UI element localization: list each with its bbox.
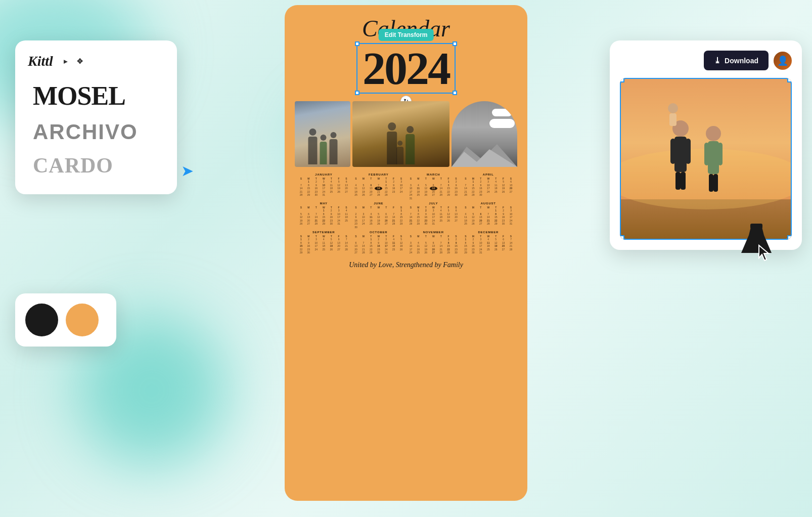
cursor-icon-area bbox=[736, 223, 777, 265]
cal-tagline: United by Love, Strengthened by Family bbox=[295, 258, 517, 269]
app-logo: Kittl ▸ ✥ bbox=[28, 53, 164, 69]
handle-tl bbox=[355, 41, 359, 46]
svg-rect-18 bbox=[713, 174, 718, 192]
month-november: NOVEMBER SMTWTFS 12 3456789 101112131415… bbox=[407, 231, 460, 254]
main-canvas: Calendar Edit Transform 2024 ↻ bbox=[285, 5, 527, 512]
right-toolbar: ⤓ Download 👤 bbox=[620, 51, 792, 70]
right-photo bbox=[620, 78, 792, 240]
cloud-1 bbox=[492, 109, 512, 116]
dress-cursor bbox=[736, 223, 777, 265]
logo-tools: ▸ ✥ bbox=[61, 56, 85, 66]
month-june: JUNE SMTWTFS 1 2345678 9101112131415 161… bbox=[352, 202, 405, 229]
font-selector-panel: Kittl ▸ ✥ MOSEL ARCHIVO CARDO bbox=[15, 40, 177, 194]
year-selection-box[interactable]: 2024 ↻ bbox=[356, 43, 456, 94]
month-august: AUGUST SMTWTFS 123 45678910 111213141516… bbox=[462, 202, 515, 229]
svg-rect-20 bbox=[750, 224, 762, 229]
calendar-months-grid: JANUARY SMTWTFS 123456 78910111213 14151… bbox=[295, 173, 517, 254]
cloud-2 bbox=[489, 119, 515, 128]
photo-collage bbox=[295, 101, 517, 167]
crop-icon[interactable]: ✥ bbox=[75, 56, 85, 66]
year-element-container[interactable]: Edit Transform 2024 ↻ bbox=[295, 43, 517, 94]
font-label-mosel: MOSEL bbox=[33, 81, 125, 110]
month-july: JULY SMTWTFS 123456 78910111213 14151617… bbox=[407, 202, 460, 229]
font-label-archivo: ARCHIVO bbox=[33, 120, 138, 144]
mountains-svg bbox=[452, 137, 517, 167]
month-may: MAY SMTWTFS 1234 567891011 1213141516171… bbox=[297, 202, 350, 229]
svg-rect-9 bbox=[675, 172, 681, 190]
cursor-svg bbox=[736, 223, 777, 263]
color-swatch-black[interactable] bbox=[25, 304, 58, 336]
svg-rect-14 bbox=[708, 141, 719, 174]
svg-point-13 bbox=[706, 126, 721, 141]
month-october: OCTOBER SMTWTFS 12345 6789101112 1314151… bbox=[352, 231, 405, 254]
svg-marker-19 bbox=[741, 225, 772, 253]
month-september: SEPTEMBER SMTWTFS 1234567 891011121314 1… bbox=[297, 231, 350, 254]
svg-rect-7 bbox=[670, 139, 675, 164]
download-icon: ⤓ bbox=[714, 56, 720, 65]
select-icon[interactable]: ▸ bbox=[61, 56, 71, 66]
svg-rect-17 bbox=[709, 174, 713, 192]
year-text: 2024 bbox=[363, 45, 449, 92]
user-avatar[interactable]: 👤 bbox=[774, 52, 792, 70]
month-april: APRIL SMTWTFS 123456 78910111213 1415161… bbox=[462, 173, 515, 200]
svg-rect-10 bbox=[681, 172, 686, 190]
photo-arch-sky bbox=[452, 101, 517, 167]
handle-tr bbox=[453, 41, 457, 46]
font-item-mosel[interactable]: MOSEL bbox=[28, 77, 164, 115]
handle-bl bbox=[355, 91, 359, 95]
font-label-cardo: CARDO bbox=[33, 154, 113, 177]
handle-br bbox=[453, 91, 457, 95]
svg-rect-15 bbox=[704, 143, 709, 165]
download-button[interactable]: ⤓ Download bbox=[704, 51, 769, 70]
svg-rect-6 bbox=[674, 137, 687, 172]
edit-transform-badge[interactable]: Edit Transform bbox=[379, 29, 434, 41]
pointer-arrow: ➤ bbox=[181, 162, 194, 180]
right-photo-wrapper[interactable] bbox=[620, 78, 792, 240]
svg-point-11 bbox=[668, 103, 678, 113]
month-january: JANUARY SMTWTFS 123456 78910111213 14151… bbox=[297, 173, 350, 200]
month-december: DECEMBER SMTWTFS 1234567 891011121314 15… bbox=[462, 231, 515, 254]
family-photo-svg bbox=[620, 78, 792, 240]
download-label: Download bbox=[725, 57, 758, 65]
svg-rect-12 bbox=[669, 113, 676, 126]
font-list: MOSEL ARCHIVO CARDO bbox=[28, 77, 164, 182]
color-swatch-orange[interactable] bbox=[66, 304, 99, 336]
svg-rect-16 bbox=[718, 143, 723, 165]
color-panel bbox=[15, 293, 116, 347]
calendar-poster: Calendar Edit Transform 2024 ↻ bbox=[285, 5, 527, 501]
svg-rect-8 bbox=[686, 139, 691, 164]
logo-text: Kittl bbox=[28, 53, 53, 69]
photo-beach-portrait bbox=[295, 101, 350, 167]
month-march: MARCH SMTWTFS 12 3456789 10111213141516 … bbox=[407, 173, 460, 200]
photo-family-warm bbox=[352, 101, 449, 167]
font-item-cardo[interactable]: CARDO bbox=[28, 149, 164, 182]
month-february: FEBRUARY SMTWTFS 123 45678910 1112131415… bbox=[352, 173, 405, 200]
font-item-archivo[interactable]: ARCHIVO bbox=[28, 116, 164, 148]
right-panel: ⤓ Download 👤 bbox=[610, 40, 802, 250]
